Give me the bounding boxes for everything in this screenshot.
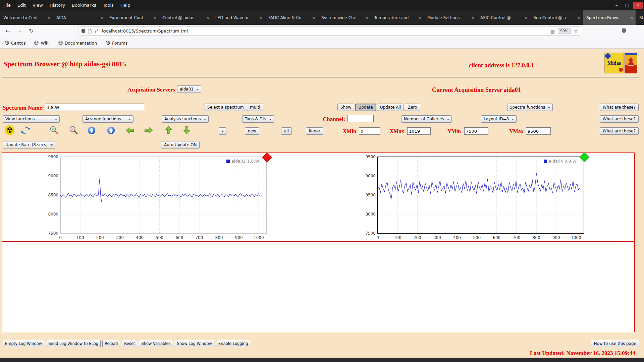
tab-close-icon[interactable]: × bbox=[471, 15, 475, 20]
tab-experiment-cont[interactable]: Experiment Cont× bbox=[106, 10, 159, 25]
menu-file[interactable]: File bbox=[0, 0, 14, 10]
gallery-cell-4[interactable] bbox=[318, 242, 634, 332]
spectrum-name-input[interactable] bbox=[45, 104, 144, 111]
channel-input[interactable] bbox=[347, 115, 374, 122]
zero-button[interactable]: Zero bbox=[405, 104, 420, 111]
tab-asic-control[interactable]: ASIC Control @× bbox=[477, 10, 530, 25]
show-log-window-button[interactable]: Show Log Window bbox=[175, 340, 214, 347]
autoscale-down-icon[interactable] bbox=[87, 126, 96, 135]
minimize-icon[interactable]: – bbox=[612, 2, 621, 9]
spectrum-chart-1[interactable]: 7500800085009000950001002003004005006007… bbox=[44, 155, 269, 244]
what-are-these-button-3[interactable]: What are these? bbox=[600, 127, 639, 135]
empty-log-window-button[interactable]: Empty Log Window bbox=[3, 340, 44, 347]
tab-close-icon[interactable]: × bbox=[524, 15, 528, 20]
tab-close-icon[interactable]: × bbox=[577, 15, 581, 20]
what-are-these-button-2[interactable]: What are these? bbox=[600, 115, 639, 123]
spectra-functions-dropdown[interactable]: Spectra functions bbox=[507, 104, 553, 111]
pan-up-icon[interactable] bbox=[164, 125, 173, 135]
update-rate-dropdown[interactable]: Update Rate (8 secs) bbox=[3, 141, 55, 148]
ymin-input[interactable] bbox=[464, 127, 488, 135]
select-spectrum-dropdown[interactable]: Select a spectrum bbox=[205, 104, 252, 111]
bookmark-forums[interactable]: Forums bbox=[106, 41, 127, 46]
zoom-in-icon[interactable] bbox=[49, 125, 59, 135]
zoom-out-icon[interactable] bbox=[68, 125, 78, 135]
tab-close-icon[interactable]: × bbox=[418, 15, 422, 20]
number-of-galleries-dropdown[interactable]: Number of Galleries bbox=[401, 115, 452, 123]
close-icon[interactable]: × bbox=[633, 2, 643, 9]
site-permissions-icon[interactable] bbox=[94, 29, 99, 33]
bookmark-centos[interactable]: Centos bbox=[5, 41, 25, 46]
menu-tools[interactable]: Tools bbox=[100, 0, 117, 10]
send-log-window-to-elog-button[interactable]: Send Log Window to ELog bbox=[46, 340, 101, 347]
tab-close-icon[interactable]: × bbox=[206, 15, 210, 20]
menu-help[interactable]: Help bbox=[117, 0, 134, 10]
tab-close-icon[interactable]: × bbox=[100, 15, 104, 20]
tab-led-and-wavefo[interactable]: LED and Wavefo× bbox=[212, 10, 265, 25]
how-to-use-button[interactable]: How to use this page bbox=[591, 340, 639, 347]
arrange-functions-dropdown[interactable]: Arrange functions bbox=[83, 115, 133, 123]
autoscale-up-icon[interactable] bbox=[107, 126, 115, 135]
tab-system-wide-che[interactable]: System wide Che× bbox=[318, 10, 371, 25]
zoom-level[interactable]: 90% bbox=[558, 28, 571, 34]
refresh-icon[interactable] bbox=[21, 126, 30, 135]
tab-spectrum-brows[interactable]: Spectrum Brows× bbox=[583, 10, 636, 25]
tab-run-control-a[interactable]: Run Control @ a× bbox=[530, 10, 583, 25]
all-button[interactable]: all bbox=[281, 127, 292, 135]
layout-id-dropdown[interactable]: Layout ID=8 bbox=[481, 115, 517, 123]
tab-statistics-aida[interactable]: Statistics @ aida× bbox=[636, 10, 644, 25]
tab-close-icon[interactable]: × bbox=[47, 15, 51, 20]
tab-close-icon[interactable]: × bbox=[259, 15, 263, 20]
tab-close-icon[interactable]: × bbox=[365, 15, 369, 20]
menu-view[interactable]: View bbox=[29, 0, 46, 10]
tab-fadc-align-co[interactable]: FADC Align & Co× bbox=[265, 10, 318, 25]
spectrum-chart-2[interactable]: 7500800085009000950001002003004005006007… bbox=[361, 155, 586, 244]
maximize-icon[interactable]: □ bbox=[623, 2, 632, 9]
spectrum-plot[interactable]: 7500800085009000950001002003004005006007… bbox=[361, 155, 586, 243]
ymax-input[interactable] bbox=[526, 127, 551, 135]
reset-button[interactable]: Reset bbox=[122, 340, 137, 347]
xmax-input[interactable] bbox=[407, 127, 431, 135]
update-button[interactable]: Update bbox=[355, 104, 376, 111]
radiation-icon[interactable]: ☢ bbox=[5, 125, 14, 135]
spectrum-plot[interactable]: 7500800085009000950001002003004005006007… bbox=[44, 155, 269, 243]
menu-edit[interactable]: Edit bbox=[14, 0, 29, 10]
bookmark-star-icon[interactable]: ☆ bbox=[574, 28, 578, 34]
show-variables-button[interactable]: Show Variables bbox=[139, 340, 173, 347]
auto-update-button[interactable]: Auto Update ON bbox=[161, 141, 200, 148]
enable-logging-button[interactable]: Enable Logging bbox=[216, 340, 250, 347]
menu-history[interactable]: History bbox=[46, 0, 68, 10]
url-text[interactable]: localhost:8015/Spectrum/Spectrum.tml bbox=[102, 28, 188, 34]
xmin-input[interactable] bbox=[359, 127, 380, 135]
analysis-functions-dropdown[interactable]: Analysis functions bbox=[162, 115, 209, 123]
tab-close-icon[interactable]: × bbox=[312, 15, 316, 20]
extension-shield-icon[interactable] bbox=[621, 28, 627, 35]
gallery-cell-3[interactable] bbox=[2, 242, 318, 332]
pan-down-icon[interactable] bbox=[182, 125, 191, 135]
x-button[interactable]: x bbox=[219, 127, 226, 135]
bookmark-wiki[interactable]: Wiki bbox=[34, 41, 49, 46]
back-icon[interactable]: ← bbox=[5, 27, 10, 34]
tab-welcome-to-cent[interactable]: Welcome to Cent× bbox=[0, 10, 53, 25]
acquisition-server-select[interactable]: aida01 bbox=[177, 85, 201, 93]
tab-close-icon[interactable]: × bbox=[630, 15, 634, 20]
tab-control-aidas[interactable]: Control @ aidas× bbox=[159, 10, 212, 25]
tab-module-settings[interactable]: Module Settings× bbox=[424, 10, 477, 25]
what-are-these-button-1[interactable]: What are these? bbox=[600, 104, 639, 111]
show-button[interactable]: Show bbox=[337, 104, 354, 111]
shield-icon[interactable] bbox=[81, 28, 86, 34]
forward-icon[interactable]: → bbox=[17, 27, 21, 34]
tab-close-icon[interactable]: × bbox=[153, 15, 157, 20]
new-button[interactable]: new bbox=[245, 127, 259, 135]
pan-left-icon[interactable] bbox=[125, 126, 135, 135]
menu-bookmarks[interactable]: Bookmarks bbox=[68, 0, 100, 10]
update-all-button[interactable]: Update All bbox=[377, 104, 404, 111]
view-functions-dropdown[interactable]: View functions bbox=[3, 115, 60, 123]
reload-button[interactable]: Reload bbox=[102, 340, 120, 347]
tab-aida[interactable]: AIDA× bbox=[53, 10, 106, 25]
bookmark-documentation[interactable]: Documentation bbox=[58, 41, 97, 46]
url-bar[interactable]: localhost:8015/Spectrum/Spectrum.tml ▤ 9… bbox=[78, 26, 581, 36]
tags-fits-dropdown[interactable]: Tags & Fits bbox=[242, 115, 274, 123]
reader-mode-icon[interactable]: ▤ bbox=[550, 28, 555, 34]
reload-icon[interactable]: ↻ bbox=[29, 27, 34, 34]
tab-temperature-and[interactable]: Temperature and× bbox=[371, 10, 424, 25]
